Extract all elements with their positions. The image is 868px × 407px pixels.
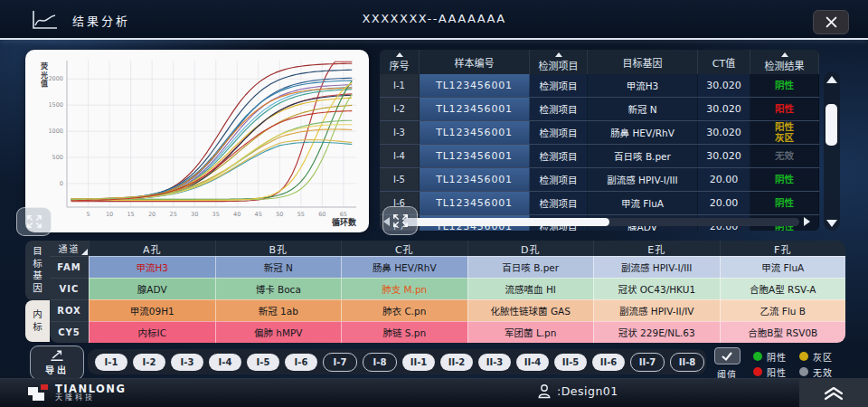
current-user: :Design01: [537, 383, 618, 399]
table-row[interactable]: I-5TL123456001检测项目副流感 HPIV-I/III20.00阴性: [380, 168, 819, 192]
gene-cell[interactable]: 冠状 229E/NL.63: [593, 321, 720, 343]
cell-target-gene: 甲流H3: [588, 74, 698, 97]
cell-target-gene: 百日咳 B.per: [588, 145, 698, 167]
gene-cell[interactable]: 副流感 HPIV-I/III: [593, 256, 720, 278]
tab-target-gene[interactable]: 目标基因: [25, 241, 50, 300]
well-button-I-8[interactable]: I-8: [363, 353, 397, 372]
well-button-II-8[interactable]: II-8: [670, 353, 704, 372]
well-button-II-3[interactable]: II-3: [478, 354, 511, 371]
cell-sample-id: TL123456001: [420, 145, 530, 167]
column-header-label: 检测项目: [539, 58, 579, 72]
cell-result: 阴性: [750, 74, 819, 97]
well-button-I-2[interactable]: I-2: [133, 354, 165, 371]
gene-cell[interactable]: 军团菌 L.pn: [467, 321, 594, 343]
well-button-II-5[interactable]: II-5: [554, 354, 587, 371]
corner-fold-icon: [81, 249, 88, 255]
well-button-I-7[interactable]: I-7: [323, 353, 357, 372]
table-row[interactable]: I-6TL123456001检测项目甲流 FluA20.00阴性: [380, 192, 819, 215]
well-button-II-1[interactable]: II-1: [402, 354, 435, 371]
column-header-3[interactable]: 检测项目: [530, 50, 588, 74]
column-header-4[interactable]: 目标基因: [588, 50, 698, 74]
table-row[interactable]: I-2TL123456001检测项目新冠 N30.020阳性: [380, 98, 819, 121]
scroll-down-icon[interactable]: [826, 220, 837, 227]
table-row[interactable]: I-3TL123456001检测项目肠鼻 HEV/RhV30.020阳性灰区: [380, 121, 819, 145]
result-line: 阴性: [775, 198, 794, 209]
well-button-II-4[interactable]: II-4: [516, 354, 549, 371]
gene-cell[interactable]: 乙流 Flu B: [720, 299, 846, 321]
gene-cell[interactable]: 肺衣 C.pn: [341, 299, 467, 321]
svg-text:500: 500: [52, 154, 63, 161]
cell-sample-id: TL123456001: [420, 192, 530, 214]
result-line: 无效: [775, 151, 794, 162]
column-header-1[interactable]: 序号: [380, 50, 420, 74]
gene-cell[interactable]: 甲流H3: [89, 256, 215, 278]
result-line: 阴性: [775, 175, 794, 185]
table-expand-button[interactable]: [382, 206, 418, 235]
close-button[interactable]: [813, 10, 849, 34]
channel-label-vic: VIC: [50, 278, 89, 299]
cell-target-gene: 新冠 N: [588, 98, 698, 120]
gene-cell[interactable]: 甲流 FluA: [720, 256, 846, 278]
well-button-I-4[interactable]: I-4: [209, 354, 241, 371]
horizontal-scrollbar-thumb[interactable]: [403, 218, 609, 226]
vertical-scrollbar[interactable]: [822, 52, 842, 231]
well-button-I-6[interactable]: I-6: [285, 354, 317, 371]
well-button-II-7[interactable]: II-7: [630, 353, 665, 372]
well-button-I-3[interactable]: I-3: [171, 354, 203, 371]
vertical-scrollbar-track[interactable]: [824, 71, 840, 231]
gene-cell[interactable]: 博卡 Boca: [215, 278, 342, 299]
column-header-label: 序号: [390, 58, 410, 72]
table-row[interactable]: I-1TL123456001检测项目甲流H330.020阴性: [380, 74, 819, 98]
column-header-5[interactable]: CT值: [698, 50, 750, 74]
well-button-II-6[interactable]: II-6: [592, 354, 625, 371]
results-analysis-screen: 结果分析 XXXXXXX--AAAAAAA 050010001500200051…: [0, 0, 868, 407]
gene-cell[interactable]: 合胞B型 RSV0B: [720, 321, 846, 343]
column-header-6[interactable]: 检测结果: [750, 50, 819, 74]
gene-cell[interactable]: 化脓性链球菌 GAS: [467, 299, 594, 321]
well-button-I-1[interactable]: I-1: [95, 354, 127, 371]
svg-text:35: 35: [212, 211, 220, 218]
horizontal-scrollbar[interactable]: [383, 216, 810, 228]
svg-text:65: 65: [340, 211, 347, 218]
export-button[interactable]: 导出: [30, 345, 84, 380]
svg-text:值: 值: [41, 79, 48, 88]
cell-sample-id: TL123456001: [420, 74, 530, 97]
cell-test-item: 检测项目: [530, 192, 588, 214]
well-button-I-5[interactable]: I-5: [247, 354, 279, 371]
legend-label: 灰区: [813, 350, 833, 364]
legend-dot: [753, 352, 762, 361]
gene-cell[interactable]: 副流感 HPIV-II/IV: [593, 299, 720, 321]
gene-cell[interactable]: 内标IC: [89, 321, 215, 343]
tab-internal-control[interactable]: 内标: [25, 300, 50, 342]
gene-cell[interactable]: 新冠 1ab: [215, 299, 342, 321]
gene-cell[interactable]: 冠状 OC43/HKU1: [593, 278, 720, 299]
collapse-panel-button[interactable]: [799, 379, 868, 407]
cell-ct-value: 20.00: [698, 192, 750, 214]
chart-expand-button[interactable]: [16, 207, 52, 236]
gene-cell[interactable]: 肺支 M.pn: [341, 278, 467, 299]
gene-cell[interactable]: 肠鼻 HEV/RhV: [341, 256, 467, 278]
vertical-scrollbar-thumb[interactable]: [826, 104, 837, 146]
gene-cell[interactable]: 流感嗜血 HI: [467, 278, 594, 299]
svg-text:0: 0: [60, 180, 63, 187]
gene-cell[interactable]: 肺链 S.pn: [341, 321, 467, 343]
gene-cell[interactable]: 腺ADV: [89, 278, 215, 299]
svg-text:30: 30: [191, 211, 198, 218]
sort-asc-icon: [396, 52, 403, 57]
table-row[interactable]: I-4TL123456001检测项目百日咳 B.per30.020无效: [380, 145, 819, 168]
result-legend: 阴性阳性灰区无效: [753, 350, 833, 378]
cell-target-gene: 副流感 HPIV-I/III: [588, 168, 698, 191]
gene-cell[interactable]: 新冠 N: [215, 256, 342, 278]
gene-cell[interactable]: 百日咳 B.per: [467, 256, 594, 278]
gene-cell[interactable]: 偏肺 hMPV: [215, 321, 342, 343]
well-button-II-2[interactable]: II-2: [440, 354, 473, 371]
user-name: :Design01: [557, 384, 618, 398]
gene-cell[interactable]: 合胞A型 RSV-A: [720, 278, 846, 299]
export-label: 导出: [45, 363, 69, 376]
column-header-2[interactable]: 样本编号: [420, 50, 530, 74]
threshold-checkbox[interactable]: [714, 347, 741, 364]
legend-label: 阴性: [767, 350, 787, 364]
gene-cell[interactable]: 甲流09H1: [89, 299, 215, 321]
scroll-up-icon[interactable]: [826, 76, 837, 83]
scroll-right-icon[interactable]: [804, 217, 810, 226]
